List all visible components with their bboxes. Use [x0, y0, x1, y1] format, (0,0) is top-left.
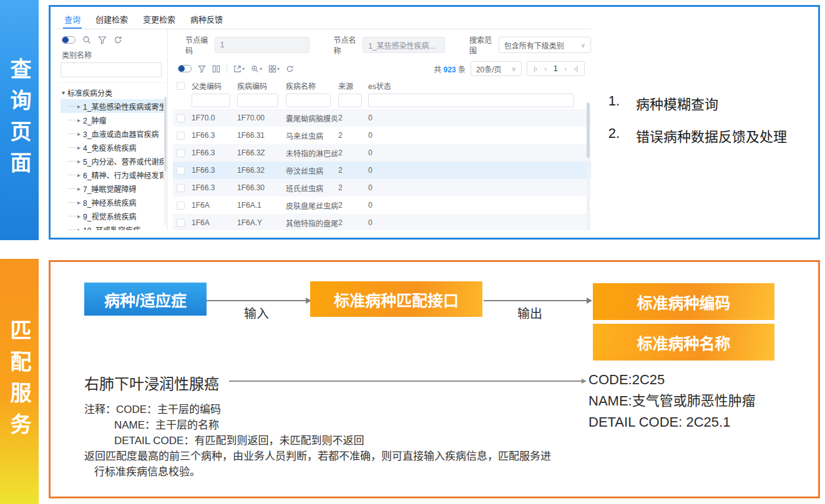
tree-connector [68, 147, 76, 148]
prev-page-button[interactable]: ‹ [544, 65, 547, 72]
table-row[interactable]: 1F6A 1F6A.1 皮肤盘尾丝虫病 2 0 [173, 196, 591, 214]
refresh-icon[interactable] [114, 36, 122, 44]
match-section-panel: 病种/适应症 输入 标准病种匹配接口 输出 标准病种编码 标准病种名称 右肺下叶… [49, 260, 820, 498]
tree-connector [68, 161, 76, 162]
filter-icon[interactable] [198, 65, 206, 73]
cell-disease-name: 帝汶丝虫病 [286, 165, 338, 176]
flow-input-arrow-label: 输入 [244, 304, 269, 322]
list-item: 2. 错误病种数据反馈及处理 [603, 125, 787, 145]
column-header[interactable]: 来源 [338, 80, 368, 91]
table-row-selected[interactable]: 1F66.3 1F66.32 帝汶丝虫病 2 0 [173, 162, 591, 179]
search-scope-select[interactable]: 包含所有下级类别 ∨ [499, 37, 591, 53]
column-header[interactable]: es状态 [368, 80, 591, 91]
cell-disease-name: 未特指的淋巴丝虫病 [286, 148, 338, 158]
flow-service-box: 标准病种匹配接口 [310, 281, 482, 317]
tree-collapsed-icon[interactable]: ▸ [77, 199, 81, 206]
column-header[interactable]: 疾病名称 [286, 80, 338, 91]
tab-disease-feedback[interactable]: 病种反馈 [189, 12, 224, 29]
flow-output-name-box: 标准病种名称 [593, 324, 774, 361]
caret-down-icon[interactable]: ▾ [242, 66, 245, 72]
filter-input-disease-code[interactable] [237, 94, 278, 107]
column-header[interactable]: 父类编码 [192, 80, 237, 91]
columns-icon[interactable] [212, 65, 220, 73]
tree-item-9[interactable]: ▸9_视觉系统疾病 [61, 209, 164, 223]
tab-query[interactable]: 查询 [63, 12, 82, 29]
caret-down-icon[interactable]: ▾ [277, 66, 280, 72]
tree-collapsed-icon[interactable]: ▸ [77, 117, 81, 124]
export-icon[interactable]: ▾ [233, 65, 245, 73]
tab-bar: 查询 创建检索 变更检索 病种反馈 [56, 12, 591, 29]
search-icon[interactable] [82, 36, 91, 44]
node-name-input[interactable] [363, 37, 445, 53]
tab-change-search[interactable]: 变更检索 [142, 12, 177, 29]
page-size-value: 20条/页 [476, 64, 502, 74]
tree-item-2[interactable]: ▸2_肿瘤 [61, 113, 164, 127]
filter-input-parent-code[interactable] [192, 94, 230, 107]
sidebar-scrollbar[interactable] [164, 97, 167, 225]
disease-table: 父类编码 疾病编码 疾病名称 来源 es状态 [173, 79, 591, 230]
tree-collapsed-icon[interactable]: ▸ [77, 226, 81, 231]
tree-collapsed-icon[interactable]: ▸ [77, 144, 81, 151]
cell-source: 2 [338, 131, 368, 140]
tab-create-search[interactable]: 创建检索 [94, 12, 129, 29]
current-page: 1 [554, 64, 558, 73]
tree-expanded-icon[interactable]: ▾ [62, 89, 65, 96]
tree-item-5[interactable]: ▸5_内分泌、营养或代谢疾 [61, 154, 164, 168]
table-row[interactable]: 1F66.3 1F66.3Z 未特指的淋巴丝虫病 2 0 [173, 144, 591, 162]
tree-connector [68, 230, 76, 230]
tree-item-7[interactable]: ▸7_睡眠觉醒障碍 [61, 182, 164, 195]
filter-input-es-status[interactable] [368, 94, 574, 107]
filter-input-source[interactable] [338, 94, 362, 107]
tree-item-label: 8_神经系统疾病 [83, 197, 136, 208]
cell-source: 2 [338, 148, 368, 157]
tree-item-6[interactable]: ▸6_精神、行为或神经发育 [61, 168, 164, 182]
row-checkbox[interactable] [177, 149, 185, 157]
tree-item-4[interactable]: ▸4_免疫系统疾病 [61, 140, 164, 154]
tree-item-1[interactable]: ▸1_某些感染性疾病或寄生 [61, 99, 164, 113]
tree-collapsed-icon[interactable]: ▸ [77, 130, 81, 137]
tree-item-8[interactable]: ▸8_神经系统疾病 [61, 195, 164, 209]
row-checkbox[interactable] [177, 219, 185, 227]
table-toggle-switch[interactable] [178, 65, 192, 72]
list-text: 病种模糊查询 [636, 93, 718, 113]
zoom-search-icon[interactable]: ▾ [251, 65, 262, 73]
column-header[interactable]: 疾病编码 [237, 80, 286, 91]
next-page-button[interactable]: › [565, 65, 567, 72]
filter-input-disease-name[interactable] [286, 94, 331, 107]
node-code-input[interactable] [215, 37, 310, 53]
table-row[interactable]: 1F6A 1F6A.Y 其他特指的盘尾丝... 2 0 [173, 214, 591, 230]
last-page-button[interactable]: ›| [574, 65, 578, 72]
sidebar-toggle-switch[interactable] [62, 36, 76, 44]
tree-item-label: 1_某些感染性疾病或寄生 [83, 101, 164, 112]
tree-collapsed-icon[interactable]: ▸ [77, 103, 81, 110]
row-checkbox[interactable] [177, 114, 185, 122]
annotation-line: NAME：主干层的名称 [84, 417, 551, 433]
first-page-button[interactable]: |‹ [534, 65, 538, 72]
table-row[interactable]: 1F66.3 1F66.30 班氏丝虫病 2 0 [173, 179, 591, 196]
tree-collapsed-icon[interactable]: ▸ [77, 172, 81, 178]
page-size-select[interactable]: 20条/页 ∨ [471, 61, 522, 76]
row-checkbox[interactable] [177, 201, 185, 210]
tree-root[interactable]: ▾ 标准疾病分类 [61, 85, 164, 99]
table-scrollbar[interactable] [587, 102, 590, 230]
tree-item-label: 7_睡眠觉醒障碍 [83, 183, 136, 194]
row-checkbox[interactable] [177, 167, 185, 175]
tree-collapsed-icon[interactable]: ▸ [77, 185, 81, 192]
tree-collapsed-icon[interactable]: ▸ [77, 213, 81, 220]
cell-source: 2 [338, 183, 368, 192]
tree-item-3[interactable]: ▸3_血液或造血器官疾病 [61, 127, 164, 140]
tree-connector [68, 106, 76, 107]
table-row[interactable]: 1F70.0 1F70.00 囊尾蚴病脑膜炎 2 0 [173, 109, 591, 127]
refresh-icon[interactable] [286, 65, 294, 73]
filter-icon[interactable] [98, 36, 107, 44]
caret-down-icon[interactable]: ▾ [260, 66, 262, 72]
row-checkbox[interactable] [177, 132, 185, 140]
row-checkbox[interactable] [177, 184, 185, 192]
tree-collapsed-icon[interactable]: ▸ [77, 158, 81, 165]
search-scope-value: 包含所有下级类别 [504, 40, 564, 51]
select-all-checkbox[interactable] [177, 82, 185, 90]
tree-item-10[interactable]: ▸10_耳或乳突疾病 [61, 223, 164, 230]
table-row[interactable]: 1F66.3 1F66.31 马来丝虫病 2 0 [173, 127, 591, 144]
category-name-input[interactable] [61, 62, 162, 77]
grid-settings-icon[interactable]: ▾ [268, 65, 280, 73]
